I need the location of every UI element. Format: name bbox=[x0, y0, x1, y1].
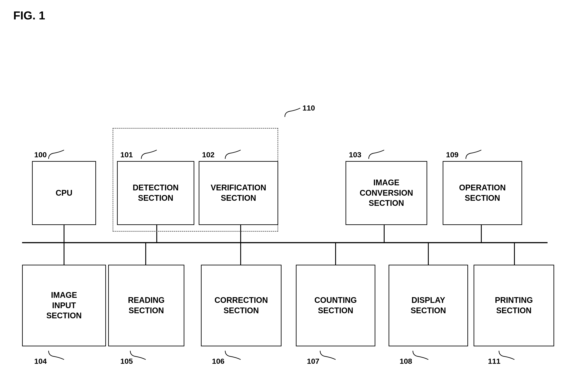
box-verification: VERIFICATIONSECTION bbox=[199, 161, 278, 225]
label-100: 100 bbox=[34, 150, 47, 159]
label-103: 103 bbox=[349, 150, 361, 159]
label-108: 108 bbox=[400, 357, 412, 366]
label-105: 105 bbox=[120, 357, 133, 366]
box-printing: PRINTINGSECTION bbox=[473, 265, 554, 346]
label-111: 111 bbox=[488, 357, 500, 366]
box-display: DISPLAYSECTION bbox=[389, 265, 468, 346]
label-107: 107 bbox=[307, 357, 320, 366]
box-operation: OPERATIONSECTION bbox=[443, 161, 522, 225]
label-101: 101 bbox=[120, 150, 133, 159]
label-110: 110 bbox=[303, 104, 315, 112]
box-image-conversion: IMAGECONVERSIONSECTION bbox=[345, 161, 427, 225]
box-image-input: IMAGEINPUTSECTION bbox=[22, 265, 106, 346]
label-102: 102 bbox=[202, 150, 215, 159]
box-counting: COUNTINGSECTION bbox=[296, 265, 375, 346]
box-cpu: CPU bbox=[32, 161, 96, 225]
label-106: 106 bbox=[212, 357, 225, 366]
box-correction: CORRECTIONSECTION bbox=[201, 265, 282, 346]
label-104: 104 bbox=[34, 357, 47, 366]
box-reading: READINGSECTION bbox=[108, 265, 184, 346]
label-109: 109 bbox=[446, 150, 459, 159]
box-detection: DETECTIONSECTION bbox=[117, 161, 194, 225]
